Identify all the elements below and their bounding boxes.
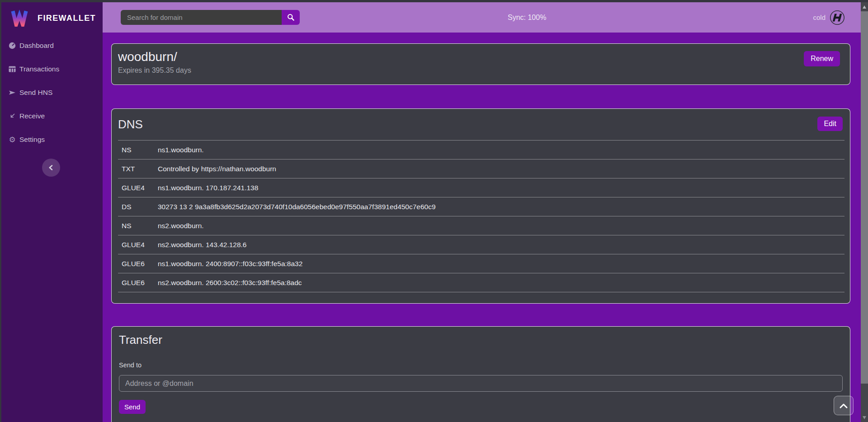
domain-title: woodburn/ [118,50,844,64]
firewallet-logo-icon [10,9,28,27]
dns-record-row: GLUE4 ns2.woodburn. 143.42.128.6 [118,235,844,254]
domain-card: woodburn/ Expires in 395.35 days Renew [111,43,850,85]
main-content: woodburn/ Expires in 395.35 days Renew D… [103,33,861,422]
dns-record-row: GLUE6 ns1.woodburn. 2400:8907::f03c:93ff… [118,254,844,273]
sidebar-item-send-hns[interactable]: Send HNS [1,81,103,104]
dns-record-value: ns2.woodburn. 143.42.128.6 [154,235,844,254]
scrollbar-thumb[interactable] [861,11,868,384]
dns-record-type: GLUE4 [118,235,154,254]
search-icon [287,14,295,21]
sidebar-item-label: Dashboard [19,42,54,50]
scroll-up-arrow-icon [863,5,866,9]
brand-name: FIREWALLET [38,14,96,23]
dns-records-table: NS ns1.woodburn. TXT Controlled by https… [118,140,844,292]
dns-record-value: ns1.woodburn. 170.187.241.138 [154,178,844,197]
brand[interactable]: FIREWALLET [1,2,103,28]
dns-record-row: DS 30273 13 2 9a3a8fb3d625d2a2073d740f10… [118,197,844,216]
search-button[interactable] [282,10,300,25]
edit-dns-button[interactable]: Edit [817,117,843,131]
renew-button[interactable]: Renew [804,51,840,66]
dns-record-type: TXT [118,159,154,178]
domain-search [121,10,300,25]
sidebar-item-settings[interactable]: ⚙ Settings [1,128,103,151]
dns-record-value: 30273 13 2 9a3a8fb3d625d2a2073d740f10da6… [154,197,844,216]
handshake-logo-icon [830,10,845,25]
dns-card: DNS Edit NS ns1.woodburn. TXT Controlled… [111,108,850,304]
wallet-selector[interactable]: cold [813,10,861,25]
gear-icon: ⚙ [8,136,17,144]
dns-record-value: ns1.woodburn. 2400:8907::f03c:93ff:fe5a:… [154,254,844,273]
dashboard-icon [8,42,17,49]
send-transfer-button[interactable]: Send [119,400,146,414]
dns-title: DNS [118,117,143,131]
search-input[interactable] [121,10,282,25]
dns-record-value: Controlled by https://nathan.woodburn [154,159,844,178]
wallet-name: cold [813,14,826,21]
sidebar-item-label: Send HNS [19,89,52,97]
transactions-icon [8,66,17,72]
collapse-sidebar-button[interactable] [42,159,60,177]
transfer-title: Transfer [119,333,843,347]
scroll-down-arrow-icon [863,416,866,419]
chevron-left-icon [47,163,56,172]
dns-record-type: NS [118,216,154,235]
sidebar-item-label: Receive [19,112,45,120]
arrow-down-left-icon [8,113,17,120]
domain-expiry: Expires in 395.35 days [118,66,844,75]
scroll-to-top-button[interactable] [834,396,854,415]
transfer-address-input[interactable] [119,375,843,392]
sidebar-item-label: Transactions [19,65,59,73]
topbar: Sync: 100% cold [103,2,861,33]
sidebar-nav: Dashboard Transactions Send HNS [1,34,103,151]
dns-record-type: GLUE4 [118,178,154,197]
paper-plane-icon [8,89,17,96]
dns-record-value: ns2.woodburn. 2600:3c02::f03c:93ff:fe5a:… [154,273,844,292]
dns-card-header: DNS Edit [112,109,850,140]
dns-record-type: GLUE6 [118,273,154,292]
sidebar-item-label: Settings [19,136,45,144]
dns-record-row: NS ns1.woodburn. [118,141,844,159]
window-top-edge [0,0,868,2]
dns-record-value: ns1.woodburn. [154,141,844,159]
sidebar-item-transactions[interactable]: Transactions [1,57,103,81]
dns-record-type: DS [118,197,154,216]
window-left-edge [0,0,1,422]
dns-record-type: NS [118,141,154,159]
dns-record-row: NS ns2.woodburn. [118,216,844,235]
dns-record-type: GLUE6 [118,254,154,273]
send-to-label: Send to [119,361,843,369]
dns-record-row: TXT Controlled by https://nathan.woodbur… [118,159,844,178]
scrollbar-up-button[interactable] [861,4,868,10]
dns-record-value: ns2.woodburn. [154,216,844,235]
dns-record-row: GLUE6 ns2.woodburn. 2600:3c02::f03c:93ff… [118,273,844,292]
sync-status: Sync: 100% [508,14,546,22]
sidebar-item-dashboard[interactable]: Dashboard [1,34,103,57]
sidebar: FIREWALLET Dashboard Transactions [1,2,103,422]
transfer-card: Transfer Send to Send [111,326,850,422]
scrollbar [861,2,868,422]
dns-record-row: GLUE4 ns1.woodburn. 170.187.241.138 [118,178,844,197]
sidebar-item-receive[interactable]: Receive [1,104,103,128]
scrollbar-down-button[interactable] [861,414,868,421]
chevron-up-icon [839,403,849,409]
